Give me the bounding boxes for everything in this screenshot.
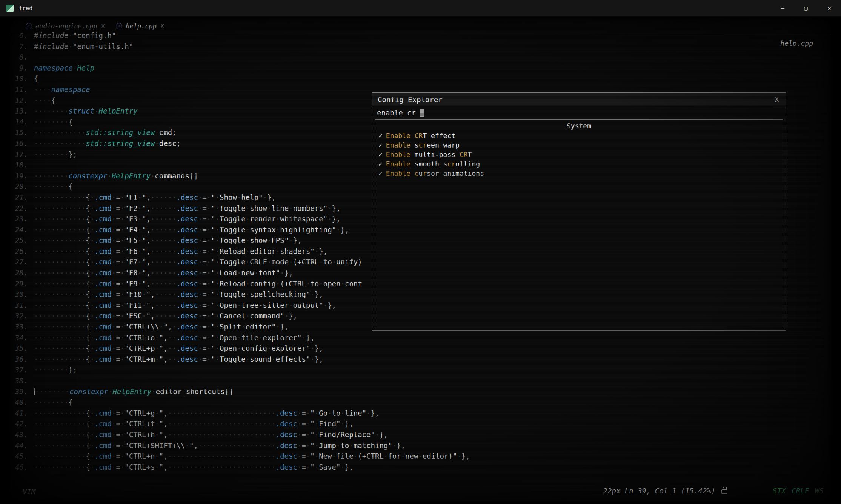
config-search-input[interactable]: enable cr [372,106,786,119]
status-right-group: 22px Ln 39, Col 1 (15.42%) STXCRLFWS [603,487,824,495]
code-text: ············{·.cmd·=·"F9·",······.desc·=… [34,278,362,289]
code-line[interactable]: 45.············{·.cmd·=·"CTRL+n·",······… [11,451,831,462]
line-number: 28. [11,267,34,278]
tab-audio-engine-cpp[interactable]: + audio-engine.cpp X [26,22,105,30]
code-text: ············{·.cmd·=·"CTRL+m·",··.desc·=… [34,354,323,365]
line-number: 9. [11,63,34,74]
tab-close-icon[interactable]: X [161,23,164,29]
code-text: ············{·.cmd·=·"CTRL+f·",·········… [34,418,354,429]
code-line[interactable]: 36.············{·.cmd·=·"CTRL+m·",··.des… [11,354,831,365]
code-line[interactable]: 42.············{·.cmd·=·"CTRL+f·",······… [11,418,831,429]
window-controls: — ▢ ✕ [771,0,841,16]
code-line[interactable]: 8. [11,52,831,63]
code-text: ············{·.cmd·=·"F4·",······.desc·=… [34,224,349,235]
line-number: 40. [11,397,34,408]
line-number: 10. [11,73,34,84]
code-text: ············{·.cmd·=·"F5·",······.desc·=… [34,235,302,246]
code-line[interactable]: 46.············{·.cmd·=·"CTRL+s·",······… [11,462,831,473]
code-text: { [34,73,38,84]
checkbox-checked-icon: ✓ [378,151,383,158]
config-option[interactable]: ✓Enable multi-pass CRT [375,150,783,159]
code-text: ········struct·HelpEntry [34,106,138,117]
config-option[interactable]: ✓Enable CRT effect [375,131,783,140]
code-line[interactable]: 37.········}; [11,364,831,375]
config-option[interactable]: ✓Enable cursor animations [375,169,783,178]
code-text: ············{·.cmd·=·"F7·",······.desc·=… [34,257,362,267]
code-line[interactable]: 6.#include·"config.h" [11,30,831,41]
line-number: 46. [11,462,34,473]
line-number: 11. [11,84,34,95]
line-number: 41. [11,408,34,419]
code-line[interactable]: 41.············{·.cmd·=·"CTRL+g·",······… [11,408,831,419]
config-section-header: System [375,121,783,131]
line-number: 44. [11,440,34,451]
config-option[interactable]: ✓Enable smooth scrolling [375,159,783,169]
code-line[interactable]: 43.············{·.cmd·=·"CTRL+h·",······… [11,429,831,440]
cpp-file-icon: + [26,23,32,29]
tab-help-cpp[interactable]: + help.cpp X [116,22,164,30]
code-text: ········constexpr·HelpEntry·editor_short… [34,386,234,397]
line-number: 6. [11,30,34,41]
checkbox-checked-icon: ✓ [378,141,383,149]
code-text: ············{·.cmd·=·"CTRL+s·",·········… [34,462,354,473]
config-close-button[interactable]: X [775,96,780,103]
editor-screen: + audio-engine.cpp X + help.cpp X help.c… [10,18,831,502]
code-text: ············{·.cmd·=·"F10·",·····.desc·=… [34,289,323,300]
code-line[interactable]: 7.#include·"enum-utils.h" [11,41,831,52]
line-number: 18. [11,160,34,171]
line-number: 25. [11,235,34,246]
status-flag-stx: STX [773,487,786,495]
code-line[interactable]: 34.············{·.cmd·=·"CTRL+o·",··.des… [11,332,831,343]
checkbox-checked-icon: ✓ [378,132,383,140]
line-number: 35. [11,343,34,354]
line-number: 45. [11,451,34,462]
code-text: ············{·.cmd·=·"F8·",······.desc·=… [34,267,293,278]
checkbox-checked-icon: ✓ [378,169,383,177]
active-file-badge: help.cpp [780,39,813,47]
line-number: 43. [11,429,34,440]
code-text: ············{·.cmd·=·"F3·",······.desc·=… [34,214,340,224]
status-bar: VIM 22px Ln 39, Col 1 (15.42%) STXCRLFWS [20,486,826,499]
window-titlebar: fred — ▢ ✕ [0,0,841,17]
line-number: 26. [11,246,34,257]
code-line[interactable]: 35.············{·.cmd·=·"CTRL+p·",··.des… [11,343,831,354]
line-number: 37. [11,364,34,375]
code-text: ············{·.cmd·=·"CTRL+n·",·········… [34,451,470,462]
code-text: ····{ [34,95,55,106]
code-line[interactable]: 44.············{·.cmd·=·"CTRL+SHIFT+\\·"… [11,440,831,451]
tab-close-icon[interactable]: X [101,23,105,29]
line-number: 31. [11,300,34,311]
line-number: 39. [11,386,34,397]
code-line[interactable]: 10.{ [11,73,831,84]
minimize-button[interactable]: — [771,0,794,16]
code-text: ········{ [34,397,73,408]
close-button[interactable]: ✕ [818,0,841,16]
config-option[interactable]: ✓Enable screen warp [375,140,783,150]
code-line[interactable]: 38. [11,375,831,386]
code-text: ············{·.cmd·=·"F11·",·····.desc·=… [34,300,336,311]
code-text: #include·"config.h" [34,30,116,41]
line-number: 15. [11,127,34,138]
tab-label: audio-engine.cpp [35,22,97,30]
code-line[interactable]: 40.········{ [11,397,831,408]
line-number: 24. [11,224,34,235]
line-number: 29. [11,278,34,289]
code-text: ············std::string_view·cmd; [34,127,177,138]
line-number: 38. [11,375,34,386]
code-text: ············{·.cmd·=·"CTRL+g·",·········… [34,408,379,419]
line-number: 13. [11,106,34,117]
status-flag-ws: WS [815,487,824,495]
code-text: ············{·.cmd·=·"CTRL+p·",··.desc·=… [34,343,323,354]
config-explorer-panel: Config Explorer X enable cr System ✓Enab… [372,92,786,331]
line-number: 36. [11,354,34,365]
line-number: 16. [11,138,34,149]
code-text: ············{·.cmd·=·"CTRL+o·",··.desc·=… [34,332,315,343]
config-results-list: System ✓Enable CRT effect✓Enable screen … [375,119,783,327]
code-line[interactable]: 9.namespace·Help [11,63,831,74]
tabbar-divider [10,35,831,35]
status-flags: STXCRLFWS [773,487,824,495]
line-number: 17. [11,149,34,160]
code-text: ············{·.cmd·=·"CTRL+SHIFT+\\·",··… [34,440,405,451]
maximize-button[interactable]: ▢ [794,0,818,16]
code-line[interactable]: 39.········constexpr·HelpEntry·editor_sh… [11,386,831,397]
